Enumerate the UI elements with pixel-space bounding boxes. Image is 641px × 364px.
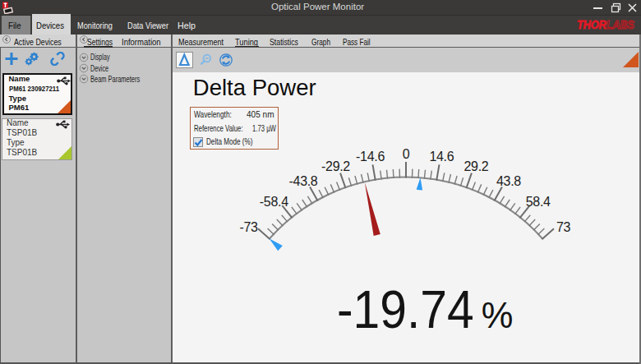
svg-text:73: 73 (556, 220, 571, 234)
svg-text:-58.4: -58.4 (260, 195, 288, 209)
svg-text:-29.2: -29.2 (321, 159, 350, 173)
svg-text:58.4: 58.4 (526, 195, 551, 209)
svg-text:-43.8: -43.8 (289, 174, 318, 188)
svg-text:43.8: 43.8 (496, 174, 521, 188)
svg-text:14.6: 14.6 (429, 150, 454, 164)
svg-text:-73: -73 (239, 220, 258, 234)
svg-text:29.2: 29.2 (464, 159, 489, 173)
svg-text:-14.6: -14.6 (356, 150, 385, 164)
svg-text:0: 0 (403, 147, 410, 161)
